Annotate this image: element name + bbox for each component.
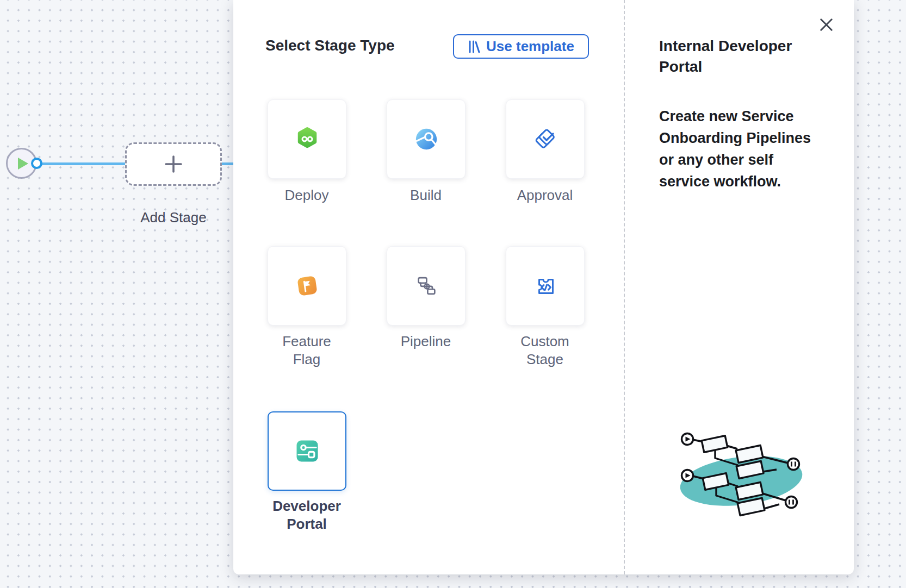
- stage-tile-label: Custom Stage: [509, 333, 581, 368]
- use-template-button[interactable]: Use template: [453, 34, 589, 59]
- play-icon: [18, 158, 28, 170]
- approval-check-icon: [532, 126, 559, 152]
- stage-tile-label: Build: [390, 186, 462, 204]
- plus-icon: [164, 154, 183, 174]
- select-stage-modal: Select Stage Type Use template Deploy: [233, 0, 854, 574]
- stage-tile-developer-portal[interactable]: [268, 411, 346, 491]
- stage-tile-custom-stage[interactable]: [506, 246, 585, 326]
- cd-hexagon-infinity-icon: [295, 127, 320, 152]
- panel-divider: [624, 0, 625, 574]
- stage-tile-deploy[interactable]: [268, 99, 346, 179]
- connector-line: [41, 162, 125, 165]
- pipeline-sketch-illustration: [676, 426, 809, 522]
- stage-tile-pipeline[interactable]: [387, 246, 466, 326]
- modal-title: Select Stage Type: [265, 37, 395, 54]
- stage-tile-label: Feature Flag: [271, 333, 343, 368]
- detail-panel-description: Create new Service Onboarding Pipelines …: [659, 105, 816, 192]
- developer-portal-icon: [294, 438, 320, 464]
- close-button[interactable]: [816, 15, 836, 34]
- stage-tile-label: Deploy: [271, 186, 343, 204]
- ci-circle-magnifier-icon: [414, 127, 439, 152]
- detail-panel-title: Internal Developer Portal: [659, 36, 814, 77]
- stage-tile-label: Pipeline: [390, 333, 462, 351]
- feature-flag-icon: [294, 273, 320, 299]
- pipeline-flowchart-icon: [414, 273, 439, 298]
- stage-tile-label: Approval: [509, 186, 581, 204]
- stage-tile-feature-flag[interactable]: [268, 246, 346, 326]
- connector-handle[interactable]: [31, 158, 42, 169]
- custom-stage-code-icon: [532, 273, 559, 299]
- add-stage-label: Add Stage: [125, 209, 222, 226]
- use-template-label: Use template: [486, 38, 574, 55]
- stage-tile-build[interactable]: [387, 99, 466, 179]
- close-icon: [818, 16, 835, 33]
- library-icon: [468, 40, 481, 54]
- stage-tile-approval[interactable]: [506, 99, 585, 179]
- stage-tile-label: Developer Portal: [271, 497, 343, 533]
- add-stage-button[interactable]: [125, 142, 222, 186]
- pipeline-canvas: Add Stage Select Stage Type Use template…: [0, 0, 906, 588]
- connector-line: [222, 162, 233, 165]
